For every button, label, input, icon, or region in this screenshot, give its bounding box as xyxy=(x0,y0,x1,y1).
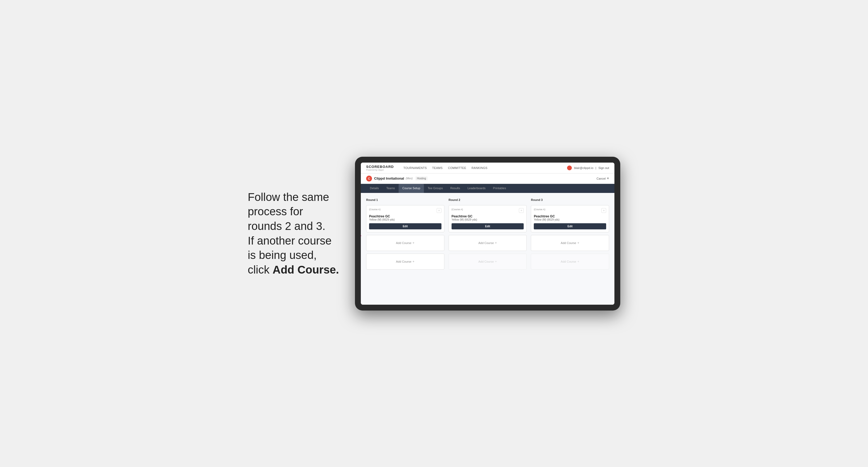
remove-course-r1[interactable]: ○ xyxy=(437,208,441,213)
tab-printables[interactable]: Printables xyxy=(489,184,510,193)
round-2-column: Round 2 (Course A) ○ Peachtree GC Yellow… xyxy=(448,198,527,270)
sign-out-link[interactable]: Sign out xyxy=(598,166,609,169)
nav-separator: | xyxy=(595,166,596,169)
round-1-column: Round 1 (Course A) ○ Peachtree GC Yellow… xyxy=(366,198,444,270)
annotation-arrow xyxy=(361,219,366,240)
scoreboard-logo: SCOREBOARD xyxy=(366,165,394,169)
course-card-header-r2: (Course A) ○ xyxy=(452,208,524,213)
round-3-title: Round 3 xyxy=(531,198,609,201)
logo-area: SCOREBOARD Powered by clippd xyxy=(366,165,394,171)
add-course-r3-1[interactable]: Add Course + xyxy=(531,235,609,251)
tab-bar: Details Teams Course Setup Tee Groups Re… xyxy=(361,184,614,193)
course-name-r1: Peachtree GC xyxy=(369,215,441,218)
plus-icon-r3-2: + xyxy=(577,259,579,263)
nav-teams[interactable]: TEAMS xyxy=(432,165,442,170)
tablet-device: SCOREBOARD Powered by clippd TOURNAMENTS… xyxy=(355,157,620,311)
user-avatar xyxy=(567,165,572,170)
round-1-course-card: (Course A) ○ Peachtree GC Yellow (M) (66… xyxy=(366,205,444,232)
tab-results[interactable]: Results xyxy=(446,184,464,193)
tournament-title: Clippd Invitational xyxy=(374,177,404,180)
round-1-title: Round 1 xyxy=(366,198,444,201)
tab-teams[interactable]: Teams xyxy=(383,184,399,193)
course-details-r2: Yellow (M) (6629 yds) xyxy=(452,218,524,221)
page-wrapper: Follow the same process for rounds 2 and… xyxy=(248,157,620,311)
tab-tee-groups[interactable]: Tee Groups xyxy=(424,184,446,193)
round-2-course-card: (Course A) ○ Peachtree GC Yellow (M) (66… xyxy=(448,205,527,232)
nav-tournaments[interactable]: TOURNAMENTS xyxy=(403,165,427,170)
remove-course-r3[interactable]: ○ xyxy=(601,208,606,213)
add-course-r2-2: Add Course + xyxy=(448,254,527,270)
course-card-header: (Course A) ○ xyxy=(369,208,441,213)
course-label-r1: (Course A) xyxy=(369,208,380,211)
add-course-text-r2-1: Add Course + xyxy=(478,241,497,245)
plus-icon-r1-1: + xyxy=(412,241,414,245)
remove-course-r2[interactable]: ○ xyxy=(519,208,524,213)
nav-rankings[interactable]: RANKINGS xyxy=(471,165,488,170)
plus-icon-r2-1: + xyxy=(495,241,497,245)
course-name-r2: Peachtree GC xyxy=(452,215,524,218)
sub-header: C Clippd Invitational (Men) Hosting Canc… xyxy=(361,174,614,184)
course-details-r1: Yellow (M) (6629 yds) xyxy=(369,218,441,221)
top-nav: SCOREBOARD Powered by clippd TOURNAMENTS… xyxy=(361,163,614,174)
rounds-grid: Round 1 (Course A) ○ Peachtree GC Yellow… xyxy=(366,198,609,270)
nav-right: blair@clippd.io | Sign out xyxy=(567,165,609,170)
tab-details[interactable]: Details xyxy=(366,184,383,193)
round-2-title: Round 2 xyxy=(448,198,527,201)
sub-header-logo: C xyxy=(366,176,372,182)
course-card-header-r3: (Course A) ○ xyxy=(534,208,606,213)
user-email: blair@clippd.io xyxy=(574,166,593,169)
round-3-course-card: (Course A) ○ Peachtree GC Yellow (M) (66… xyxy=(531,205,609,232)
nav-links: TOURNAMENTS TEAMS COMMITTEE RANKINGS xyxy=(403,165,561,170)
cancel-button[interactable]: Cancel ✕ xyxy=(597,177,609,180)
nav-committee[interactable]: COMMITTEE xyxy=(448,165,466,170)
tournament-badge: (Men) xyxy=(406,177,413,180)
content-area: Round 1 (Course A) ○ Peachtree GC Yellow… xyxy=(361,193,614,305)
tab-leaderboards[interactable]: Leaderboards xyxy=(464,184,489,193)
course-label-r3: (Course A) xyxy=(534,208,545,211)
add-course-text-r1-2: Add Course + xyxy=(396,259,414,263)
round-3-column: Round 3 (Course A) ○ Peachtree GC Yellow… xyxy=(531,198,609,270)
cancel-icon: ✕ xyxy=(607,177,609,180)
add-course-r1-1[interactable]: Add Course + xyxy=(366,235,444,251)
tablet-screen: SCOREBOARD Powered by clippd TOURNAMENTS… xyxy=(361,163,614,305)
edit-course-r1[interactable]: Edit xyxy=(369,223,441,229)
annotation-text: Follow the same process for rounds 2 and… xyxy=(248,190,339,277)
add-course-text-r3-1: Add Course + xyxy=(561,241,579,245)
add-course-r2-1[interactable]: Add Course + xyxy=(448,235,527,251)
course-details-r3: Yellow (M) (6629 yds) xyxy=(534,218,606,221)
add-course-r1-2[interactable]: Add Course + xyxy=(366,254,444,270)
add-course-text-r3-2: Add Course + xyxy=(561,259,579,263)
plus-icon-r3-1: + xyxy=(577,241,579,245)
plus-icon-r1-2: + xyxy=(412,259,414,263)
hosting-badge: Hosting xyxy=(415,177,428,180)
add-course-text-r2-2: Add Course + xyxy=(478,259,497,263)
logo-subtitle: Powered by clippd xyxy=(366,169,394,171)
add-course-r3-2: Add Course + xyxy=(531,254,609,270)
add-course-text-r1-1: Add Course + xyxy=(396,241,414,245)
course-label-r2: (Course A) xyxy=(452,208,463,211)
edit-course-r2[interactable]: Edit xyxy=(452,223,524,229)
course-name-r3: Peachtree GC xyxy=(534,215,606,218)
tab-course-setup[interactable]: Course Setup xyxy=(399,184,424,193)
plus-icon-r2-2: + xyxy=(495,259,497,263)
edit-course-r3[interactable]: Edit xyxy=(534,223,606,229)
